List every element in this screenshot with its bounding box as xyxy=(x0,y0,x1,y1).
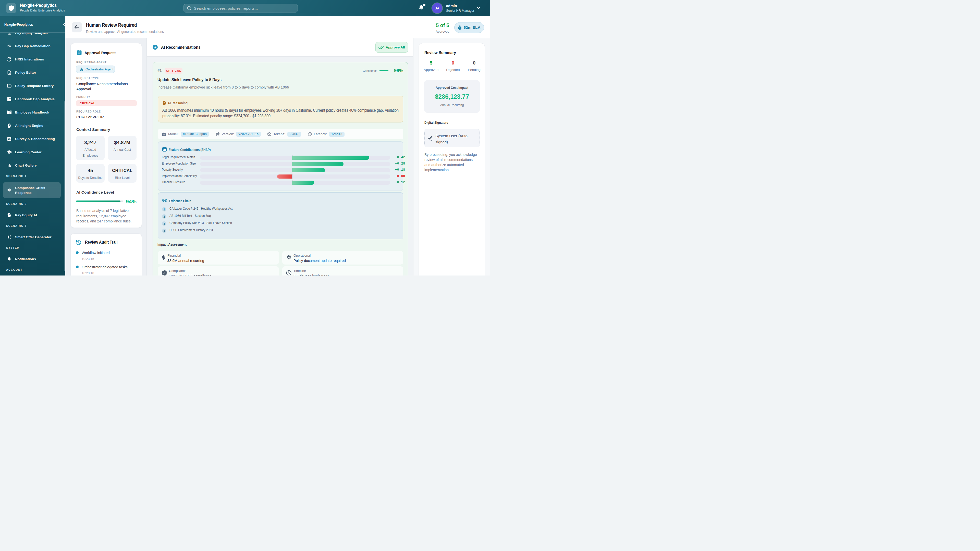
svg-text:?: ? xyxy=(8,213,10,216)
